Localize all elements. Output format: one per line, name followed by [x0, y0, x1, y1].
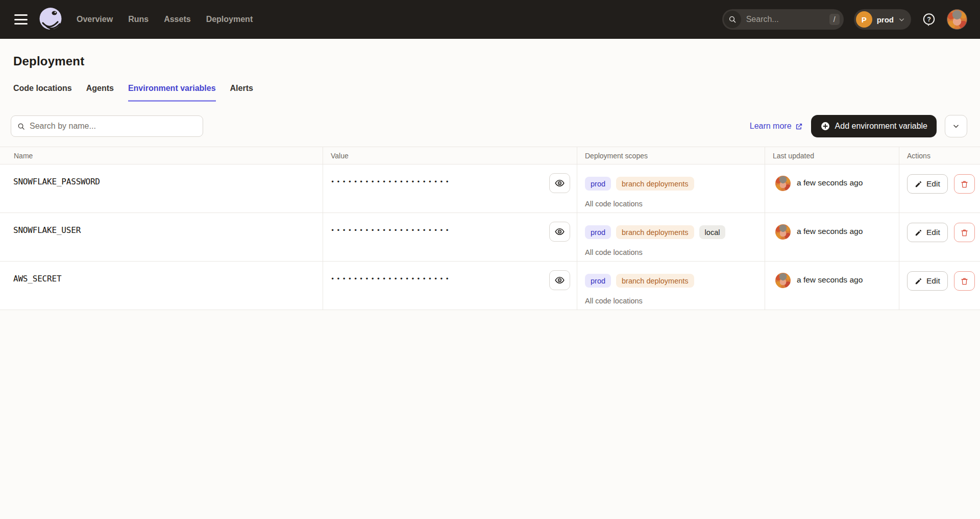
nav-item-runs[interactable]: Runs [128, 15, 149, 24]
eye-icon [554, 275, 565, 286]
env-var-row: SNOWFLAKE_USER ••••••••••••••••••••• pro… [0, 213, 980, 262]
scope-badge-local: local [699, 225, 726, 239]
updater-avatar [775, 224, 791, 240]
edit-button[interactable]: Edit [907, 271, 948, 291]
search-icon [724, 11, 741, 28]
tab-code-locations[interactable]: Code locations [13, 84, 72, 102]
tab-alerts[interactable]: Alerts [230, 84, 253, 102]
add-button-label: Add environment variable [835, 122, 927, 131]
env-vars-toolbar: Learn more Add environment variable [0, 102, 980, 147]
eye-icon [554, 178, 565, 188]
reveal-value-button[interactable] [549, 270, 570, 290]
learn-more-link[interactable]: Learn more [750, 122, 803, 131]
reveal-value-button[interactable] [549, 222, 570, 242]
pencil-icon [915, 229, 922, 237]
deployment-tabs: Code locations Agents Environment variab… [0, 68, 980, 102]
add-options-dropdown-button[interactable] [945, 115, 967, 137]
last-updated-text: a few seconds ago [797, 227, 863, 236]
nav-item-assets[interactable]: Assets [164, 15, 190, 24]
tab-agents[interactable]: Agents [86, 84, 114, 102]
search-shortcut-key: / [829, 14, 840, 25]
edit-button-label: Edit [926, 276, 940, 286]
edit-button-label: Edit [926, 179, 940, 188]
trash-icon [960, 228, 969, 237]
edit-button-label: Edit [926, 228, 940, 237]
column-header-actions: Actions [899, 147, 980, 164]
column-header-updated: Last updated [765, 147, 899, 164]
org-initial-badge: P [856, 11, 872, 28]
search-icon [17, 123, 25, 130]
chevron-down-icon [898, 16, 905, 23]
scope-badge-prod: prod [585, 225, 611, 239]
code-locations-label: All code locations [585, 248, 765, 256]
scope-badge-branch: branch deployments [616, 274, 694, 288]
scope-badges: prodbranch deployments [585, 177, 765, 191]
dagster-logo-icon[interactable] [37, 6, 64, 33]
scope-badge-branch: branch deployments [616, 225, 694, 239]
pencil-icon [915, 180, 922, 188]
trash-icon [960, 277, 969, 286]
env-var-name: SNOWFLAKE_USER [13, 225, 81, 235]
table-header-row: Name Value Deployment scopes Last update… [0, 147, 980, 164]
env-var-row: SNOWFLAKE_PASSWORD •••••••••••••••••••••… [0, 164, 980, 213]
pencil-icon [915, 277, 922, 285]
env-var-name: SNOWFLAKE_PASSWORD [13, 177, 100, 186]
scope-badge-branch: branch deployments [616, 177, 694, 191]
env-var-row: AWS_SECRET ••••••••••••••••••••• prodbra… [0, 262, 980, 310]
org-name-label: prod [877, 15, 894, 24]
column-header-scopes: Deployment scopes [577, 147, 765, 164]
env-var-name: AWS_SECRET [13, 274, 61, 284]
column-header-value: Value [323, 147, 577, 164]
scope-badges: prodbranch deployments [585, 274, 765, 288]
learn-more-label: Learn more [750, 122, 792, 131]
updater-avatar [775, 176, 791, 191]
masked-value: ••••••••••••••••••••• [331, 227, 451, 234]
external-link-icon [795, 123, 803, 130]
user-avatar[interactable] [947, 9, 967, 30]
tab-environment-variables[interactable]: Environment variables [128, 84, 216, 102]
global-search-placeholder: Search... [746, 15, 829, 24]
last-updated-text: a few seconds ago [797, 178, 863, 187]
trash-icon [960, 180, 969, 188]
nav-item-overview[interactable]: Overview [77, 15, 113, 24]
add-environment-variable-button[interactable]: Add environment variable [811, 115, 937, 137]
page-title: Deployment [13, 54, 967, 68]
environment-variables-table: Name Value Deployment scopes Last update… [0, 147, 980, 310]
eye-icon [554, 226, 565, 237]
table-body: SNOWFLAKE_PASSWORD •••••••••••••••••••••… [0, 164, 980, 310]
svg-text:?: ? [927, 16, 931, 23]
scope-badge-prod: prod [585, 177, 611, 191]
hamburger-menu-icon[interactable] [14, 14, 28, 25]
nav-item-deployment[interactable]: Deployment [206, 15, 253, 24]
deployment-switcher[interactable]: P prod [854, 9, 911, 30]
reveal-value-button[interactable] [549, 173, 570, 193]
code-locations-label: All code locations [585, 200, 765, 208]
primary-nav: Overview Runs Assets Deployment [77, 15, 253, 24]
top-navigation-bar: Overview Runs Assets Deployment Search..… [0, 0, 980, 39]
filter-by-name-input[interactable] [30, 122, 197, 131]
column-header-name: Name [0, 147, 323, 164]
chevron-down-icon [952, 123, 960, 130]
edit-button[interactable]: Edit [907, 223, 948, 242]
code-locations-label: All code locations [585, 297, 765, 305]
delete-button[interactable] [954, 223, 975, 242]
updater-avatar [775, 273, 791, 288]
masked-value: ••••••••••••••••••••• [331, 178, 451, 185]
masked-value: ••••••••••••••••••••• [331, 275, 451, 282]
last-updated-text: a few seconds ago [797, 275, 863, 285]
help-button[interactable]: ? [921, 12, 937, 27]
edit-button[interactable]: Edit [907, 174, 948, 194]
page-header: Deployment [0, 39, 980, 68]
scope-badges: prodbranch deploymentslocal [585, 225, 765, 239]
delete-button[interactable] [954, 174, 975, 194]
global-search-input[interactable]: Search... / [722, 9, 844, 30]
plus-circle-icon [820, 121, 830, 131]
delete-button[interactable] [954, 271, 975, 291]
scope-badge-prod: prod [585, 274, 611, 288]
